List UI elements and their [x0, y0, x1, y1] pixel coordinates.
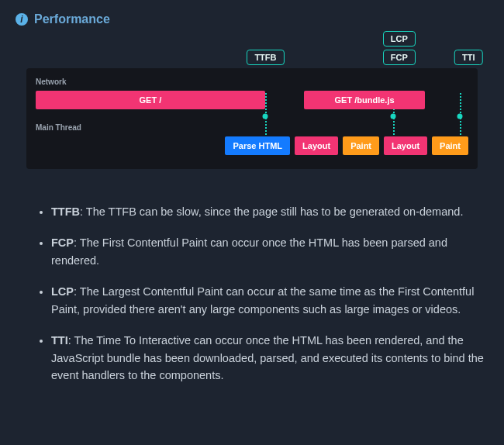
metric-description: : The First Contentful Paint can occur o…	[51, 236, 447, 266]
mainthread-task: Parse HTML	[225, 136, 290, 155]
metric-term: TTI	[51, 334, 68, 347]
metric-marker-pill: TTFB	[247, 50, 284, 65]
mainthread-track-label: Main Thread	[36, 123, 468, 132]
metric-marker: TTI	[454, 50, 483, 65]
performance-diagram: Network GET /GET /bundle.js Main Thread …	[26, 68, 478, 169]
mainthread-tasks: Parse HTMLLayoutPaintLayoutPaint	[36, 136, 468, 158]
metric-description: : The Time To Interactive can occur once…	[51, 334, 484, 381]
metric-explanation: LCP: The Largest Contentful Paint can oc…	[51, 283, 488, 318]
network-track: Network GET /GET /bundle.js	[36, 78, 468, 112]
metric-explanation: TTFB: The TTFB can be slow, since the pa…	[51, 203, 488, 220]
info-icon: i	[16, 13, 28, 26]
metric-term: LCP	[51, 285, 74, 298]
metric-term: FCP	[51, 236, 74, 249]
metric-explanation: TTI: The Time To Interactive can occur o…	[51, 332, 488, 384]
metric-description: : The TTFB can be slow, since the page s…	[80, 205, 463, 218]
network-bars: GET /GET /bundle.js	[36, 91, 468, 112]
metric-marker: LCPFCP	[383, 31, 416, 65]
mainthread-task: Layout	[384, 136, 427, 155]
network-track-label: Network	[36, 78, 468, 86]
section-header: i Performance	[16, 12, 488, 26]
metric-marker-pill: TTI	[454, 50, 483, 65]
mainthread-task: Paint	[343, 136, 379, 155]
marker-labels-row: TTFBLCPFCPTTI	[26, 40, 478, 68]
mainthread-task: Layout	[295, 136, 338, 155]
performance-diagram-wrapper: TTFBLCPFCPTTI Network GET /GET /bundle.j…	[16, 40, 488, 203]
metric-marker-dot	[457, 114, 462, 119]
mainthread-task: Paint	[432, 136, 468, 155]
metric-marker-dot	[390, 114, 395, 119]
metric-explanation: FCP: The First Contentful Paint can occu…	[51, 234, 488, 269]
metric-marker-pill: LCP	[383, 31, 416, 47]
metric-marker: TTFB	[247, 50, 284, 65]
metric-term: TTFB	[51, 205, 80, 218]
network-bar: GET /	[36, 91, 265, 109]
mainthread-track: Main Thread Parse HTMLLayoutPaintLayoutP…	[36, 123, 468, 158]
metric-marker-pill: FCP	[383, 50, 416, 65]
metric-marker-dot	[262, 114, 268, 119]
section-title: Performance	[34, 12, 110, 26]
metric-description: : The Largest Contentful Paint can occur…	[51, 285, 474, 315]
network-bar: GET /bundle.js	[304, 91, 425, 109]
metrics-explanations: TTFB: The TTFB can be slow, since the pa…	[16, 203, 488, 385]
